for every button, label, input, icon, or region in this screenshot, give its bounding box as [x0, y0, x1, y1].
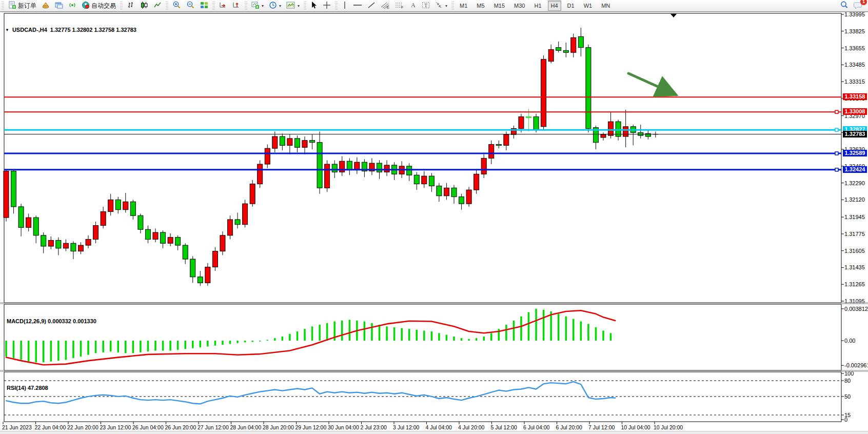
main-pane-border	[4, 13, 841, 303]
rsi-line	[6, 382, 615, 404]
hline-price-label: 1.33008	[843, 108, 867, 115]
macd-signal-line	[6, 310, 615, 365]
hline-price-label: 1.32424	[843, 166, 867, 173]
hline-price-label: 1.33158	[843, 93, 867, 100]
hline-price-label: 1.32589	[843, 150, 867, 156]
candlesticks	[4, 28, 658, 286]
bid-price-label: 1.32783	[843, 131, 867, 137]
chart-shift-marker[interactable]	[670, 14, 677, 17]
chart-canvas[interactable]	[0, 0, 868, 434]
mt4-terminal: 新订单 自动交易	[0, 0, 868, 434]
arrow-annotation[interactable]	[628, 73, 676, 95]
